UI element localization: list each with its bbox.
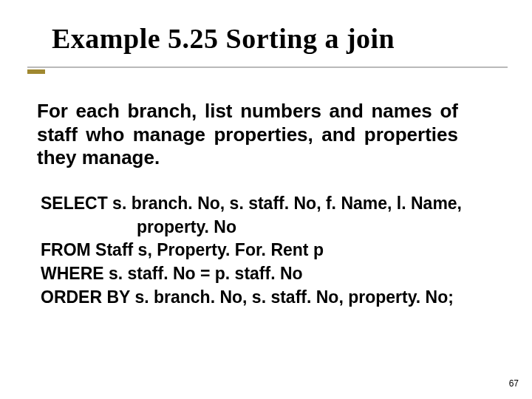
page-number: 67 [509,378,519,389]
sql-select-line: SELECT s. branch. No, s. staff. No, f. N… [41,192,484,216]
title-accent-marker [27,69,45,74]
sql-where-line: WHERE s. staff. No = p. staff. No [41,262,484,286]
sql-from-line: FROM Staff s, Property. For. Rent p [41,239,484,262]
sql-block: SELECT s. branch. No, s. staff. No, f. N… [41,192,484,310]
problem-statement: For each branch, list numbers and names … [37,100,458,170]
title-underline [27,66,508,68]
sql-select-continuation: property. No [41,216,484,239]
sql-orderby-line: ORDER BY s. branch. No, s. staff. No, pr… [41,286,484,310]
slide: Example 5.25 Sorting a join For each bra… [0,0,532,399]
slide-title: Example 5.25 Sorting a join [52,22,395,55]
